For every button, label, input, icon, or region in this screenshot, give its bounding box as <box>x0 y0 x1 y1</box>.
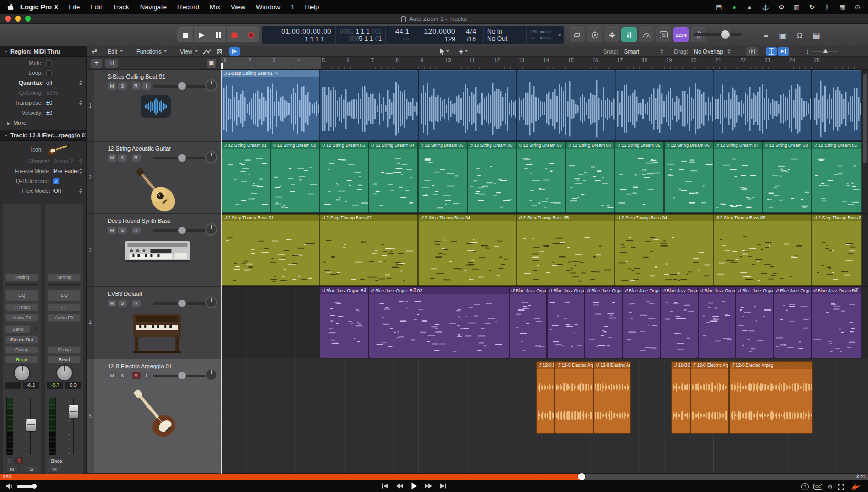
lcd-sample-rate[interactable]: 44.1 kHz <box>386 26 413 44</box>
group-slot[interactable]: Group <box>5 346 38 354</box>
region[interactable]: ↺12-8 Electric Arpeg <box>690 361 729 434</box>
group-slot[interactable]: Group <box>48 346 81 354</box>
channel-value[interactable]: Audio 2 <box>53 156 73 166</box>
bluetooth-icon[interactable]: ᛒ <box>824 4 830 11</box>
window-title-bar[interactable]: Auto Zoom 2 - Tracks <box>0 14 868 24</box>
qswing-value[interactable]: 50% <box>46 88 58 98</box>
input-slot[interactable]: Input <box>5 303 38 311</box>
command-click-tool-menu[interactable]: + <box>459 46 468 57</box>
region[interactable]: ↺2-Step Thump Bass 01 <box>221 214 320 286</box>
track-pan-knob[interactable] <box>205 151 217 163</box>
pan-knob[interactable] <box>13 364 31 382</box>
region[interactable] <box>812 70 862 141</box>
progress-thumb[interactable] <box>578 473 585 480</box>
track-header-2[interactable]: 212 String Acoustic GuitarMSR <box>87 142 221 214</box>
slider-thumb[interactable] <box>178 154 186 162</box>
solo-button[interactable]: S <box>118 82 127 90</box>
transpose-stepper[interactable] <box>79 100 82 105</box>
pan-knob[interactable] <box>56 364 73 382</box>
track-volume-slider[interactable] <box>153 85 211 88</box>
track-lane-3[interactable]: ↺2-Step Thump Bass 01↺2-Step Thump Bass … <box>221 214 868 287</box>
fader-track[interactable] <box>68 397 79 455</box>
list-editors-button[interactable]: ≡ <box>759 27 773 42</box>
playhead-marker[interactable] <box>221 63 223 69</box>
transpose-value[interactable]: ±0 <box>46 98 52 108</box>
menu-item-record[interactable]: Record <box>172 3 205 11</box>
region[interactable] <box>517 70 615 141</box>
track-inspector-header[interactable]: ▼Track: 12-8 Elec...rpeggio 01 <box>0 130 86 141</box>
send-slot[interactable]: Send <box>5 325 30 333</box>
setting-button[interactable]: Setting <box>5 274 38 281</box>
vertical-zoom-slider[interactable] <box>812 51 838 52</box>
audio-fx-slot[interactable]: Audio FX <box>5 314 38 322</box>
region[interactable]: ↺12 String Dream 07 <box>713 142 763 213</box>
lcd-options-button[interactable] <box>555 26 564 44</box>
browsers-button[interactable]: ▦ <box>810 27 823 42</box>
quantize-stepper[interactable] <box>79 80 82 85</box>
region[interactable]: ↺2-Step Thump Bass 05 <box>713 214 812 286</box>
track-lane-2[interactable]: ↺12 String Dream 01↺12 String Dream 02↺1… <box>221 142 868 214</box>
region[interactable]: ↺12 String Dream 05 <box>615 142 664 213</box>
hierarchy-back-icon[interactable] <box>91 46 97 57</box>
region[interactable]: ↺Blue Jazz Organ Rif <box>547 287 585 358</box>
tempo-value[interactable]: 120.0000 <box>417 27 455 36</box>
send-knob[interactable] <box>33 326 39 332</box>
region[interactable]: ↺12 String Dream 06 <box>467 142 517 213</box>
skip-end-button[interactable] <box>440 483 447 489</box>
zoom-slider-thumb[interactable] <box>823 49 828 53</box>
flex-stepper[interactable] <box>79 188 82 194</box>
mute-button[interactable]: M <box>108 227 116 234</box>
region[interactable]: ↺2-Step Thump Bass 04 <box>418 214 517 286</box>
region[interactable]: ↺Blue Jazz Organ Rif <box>623 287 660 358</box>
varispeed-button[interactable] <box>639 27 654 42</box>
lcd-tempo[interactable]: 120.0000 129 <box>413 26 459 44</box>
output-slot[interactable]: Stereo Out <box>5 336 38 344</box>
replace-button[interactable] <box>587 27 602 42</box>
automation-mode-button[interactable]: Read <box>5 356 38 363</box>
signature-value[interactable]: 4/4 <box>463 27 479 36</box>
slider-thumb[interactable] <box>178 372 186 379</box>
setting-button[interactable]: Setting <box>48 274 81 281</box>
track-volume-slider[interactable] <box>153 302 211 305</box>
fast-forward-button[interactable] <box>424 483 433 489</box>
lcd-time-signature[interactable]: 4/4 /16 <box>459 26 484 44</box>
fader-cap[interactable] <box>26 419 36 431</box>
solo-button[interactable]: S <box>118 372 127 379</box>
captions-button[interactable]: CC <box>813 484 823 490</box>
edit-menu[interactable]: Edit <box>108 46 123 57</box>
track-pan-knob[interactable] <box>205 79 217 91</box>
display-mirroring-icon[interactable]: ▤ <box>716 4 722 11</box>
volume-slider-thumb[interactable] <box>721 30 730 39</box>
volume-menu-icon[interactable]: ▲ <box>746 4 753 11</box>
slider-thumb[interactable] <box>178 82 186 90</box>
autopunch-button[interactable] <box>604 27 619 42</box>
waveform-zoom-button[interactable] <box>746 46 758 57</box>
audio-fx-slot[interactable]: Audio FX <box>48 314 81 322</box>
mute-button[interactable]: M <box>108 372 116 379</box>
mute-button[interactable]: M <box>108 82 116 90</box>
master-volume-slider[interactable] <box>693 33 742 36</box>
region[interactable]: ↺Blue Jazz Organ Rif <box>660 287 698 358</box>
menu-item-app[interactable]: Logic Pro X <box>17 3 63 11</box>
settings-button[interactable]: ⚙ <box>827 483 833 490</box>
play-button[interactable] <box>194 27 210 42</box>
input-monitoring-button[interactable]: I <box>142 372 151 379</box>
region[interactable]: ↺12-8 Electric Arpeg <box>594 361 631 434</box>
time-machine-icon[interactable]: ⚓ <box>762 4 769 11</box>
region[interactable]: ↺Blue Jazz Organ Rif <box>509 287 547 358</box>
region[interactable]: ↺Blue Jazz Organ Riff 02 <box>369 287 509 358</box>
menu-item-window[interactable]: Window <box>251 3 285 11</box>
region[interactable]: ↺12-8 Electric Arpeg <box>555 361 594 434</box>
region[interactable]: ↺12 String Dream 08 <box>566 142 615 213</box>
menu-item-mix[interactable]: Mix <box>205 3 226 11</box>
region[interactable]: ↺2-Step Thump Bass 04 <box>615 214 713 286</box>
velocity-value[interactable]: ±0 <box>46 108 52 118</box>
menu-item-edit[interactable]: Edit <box>85 3 107 11</box>
volume-value[interactable]: -6.2 <box>23 382 39 389</box>
screen-recording-icon[interactable]: ● <box>731 4 737 11</box>
record-enable-button[interactable]: R <box>132 227 141 234</box>
region[interactable]: ↺12 String Dream 04 <box>369 142 418 213</box>
capture-recording-button[interactable] <box>243 27 259 42</box>
lcd-display[interactable]: 01:00:00:00.00 1 1 1 1 0001 1 1 1 001 00… <box>262 26 564 44</box>
video-progress-bar[interactable]: 0:53 -0:21 <box>0 474 868 480</box>
